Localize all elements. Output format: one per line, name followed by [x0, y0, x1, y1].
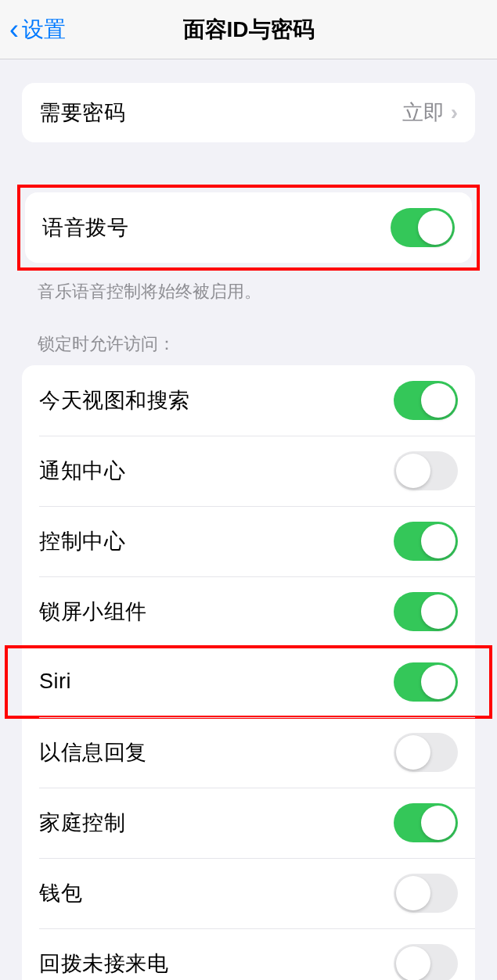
locked-access-label: 今天视图和搜索 — [39, 386, 190, 415]
chevron-left-icon: ‹ — [9, 16, 19, 44]
page-title: 面容ID与密码 — [183, 15, 315, 45]
locked-access-row: 通知中心 — [22, 436, 475, 506]
back-label: 设置 — [22, 15, 66, 45]
locked-access-toggle[interactable] — [394, 522, 458, 561]
locked-access-toggle[interactable] — [394, 451, 458, 490]
locked-access-row: 回拨未接来电 — [22, 928, 475, 980]
locked-access-row: 家庭控制 — [22, 788, 475, 858]
locked-access-row: 控制中心 — [22, 506, 475, 576]
locked-access-label: 以信息回复 — [39, 738, 147, 766]
voice-dial-footer: 音乐语音控制将始终被启用。 — [0, 271, 497, 314]
locked-access-label: 家庭控制 — [39, 809, 125, 837]
locked-access-row: 以信息回复 — [22, 717, 475, 788]
voice-dial-toggle[interactable] — [391, 208, 455, 247]
locked-access-header: 锁定时允许访问： — [0, 314, 497, 365]
locked-access-toggle[interactable] — [394, 592, 458, 631]
locked-access-label: 通知中心 — [39, 457, 125, 485]
locked-access-toggle[interactable] — [394, 874, 458, 913]
header-bar: ‹ 设置 面容ID与密码 — [0, 0, 497, 59]
require-passcode-label: 需要密码 — [39, 99, 125, 127]
locked-access-label: 钱包 — [39, 879, 82, 907]
voice-dial-row: 语音拨号 — [25, 192, 472, 263]
locked-access-row: 钱包 — [22, 858, 475, 928]
locked-access-group: 今天视图和搜索通知中心控制中心锁屏小组件Siri以信息回复家庭控制钱包回拨未接来… — [22, 365, 475, 980]
require-passcode-value: 立即 — [402, 99, 445, 127]
locked-access-label: Siri — [39, 669, 71, 694]
chevron-right-icon: › — [451, 100, 458, 125]
locked-access-toggle[interactable] — [394, 733, 458, 772]
voice-dial-highlight: 语音拨号 — [17, 185, 480, 271]
voice-dial-label: 语音拨号 — [42, 214, 128, 242]
locked-access-row: 今天视图和搜索 — [22, 365, 475, 436]
locked-access-label: 回拨未接来电 — [39, 949, 168, 978]
locked-access-toggle[interactable] — [394, 944, 458, 980]
locked-access-toggle[interactable] — [394, 803, 458, 842]
locked-access-row: 锁屏小组件 — [22, 576, 475, 647]
locked-access-toggle[interactable] — [394, 662, 458, 702]
locked-access-toggle[interactable] — [394, 381, 458, 420]
back-button[interactable]: ‹ 设置 — [0, 15, 66, 45]
locked-access-label: 锁屏小组件 — [39, 598, 147, 626]
locked-access-label: 控制中心 — [39, 527, 125, 555]
require-passcode-group: 需要密码 立即 › — [22, 83, 475, 142]
locked-access-row: Siri — [22, 647, 475, 717]
require-passcode-row[interactable]: 需要密码 立即 › — [22, 83, 475, 142]
